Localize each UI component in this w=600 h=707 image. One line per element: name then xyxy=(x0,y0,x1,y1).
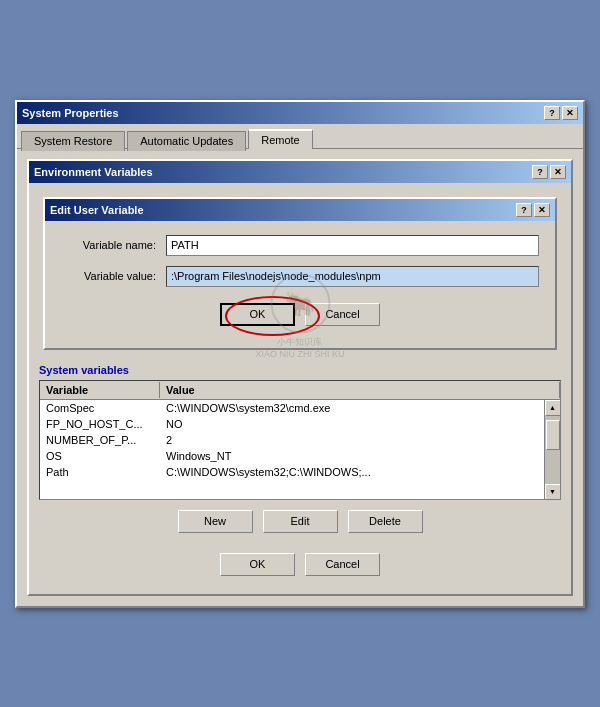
edit-button[interactable]: Edit xyxy=(263,510,338,533)
title-bar-buttons: ? ✕ xyxy=(544,106,578,120)
new-button[interactable]: New xyxy=(178,510,253,533)
close-button[interactable]: ✕ xyxy=(562,106,578,120)
env-ok-button[interactable]: OK xyxy=(220,553,295,576)
edit-buttons-row: OK Cancel 🐂 小牛知识库XIAO NIU ZHI SHI KU xyxy=(61,297,539,336)
tabs-bar: System Restore Automatic Updates Remote xyxy=(17,124,583,149)
env-close-button[interactable]: ✕ xyxy=(550,165,566,179)
delete-button[interactable]: Delete xyxy=(348,510,423,533)
edit-title-buttons: ? ✕ xyxy=(516,203,550,217)
variable-value-label: Variable value: xyxy=(61,270,166,282)
system-properties-title-bar: System Properties ? ✕ xyxy=(17,102,583,124)
table-row[interactable]: Path C:\WINDOWS\system32;C:\WINDOWS;... xyxy=(40,464,544,480)
table-row[interactable]: FP_NO_HOST_C... NO xyxy=(40,416,544,432)
cell-var-1: FP_NO_HOST_C... xyxy=(40,417,160,431)
table-action-buttons: New Edit Delete xyxy=(39,500,561,541)
scroll-track xyxy=(545,416,561,484)
edit-title-bar: Edit User Variable ? ✕ xyxy=(45,199,555,221)
system-vars-section: System variables Variable Value ComSpec … xyxy=(39,364,561,541)
variable-value-input[interactable] xyxy=(166,266,539,287)
table-row[interactable]: OS Windows_NT xyxy=(40,448,544,464)
edit-title: Edit User Variable xyxy=(50,204,144,216)
system-properties-window: System Properties ? ✕ System Restore Aut… xyxy=(15,100,585,608)
tab-automatic-updates[interactable]: Automatic Updates xyxy=(127,131,246,151)
edit-form: Variable name: Variable value: OK Cancel xyxy=(45,221,555,348)
system-vars-label: System variables xyxy=(39,364,561,376)
col-header-value: Value xyxy=(160,382,560,398)
env-title-buttons: ? ✕ xyxy=(532,165,566,179)
tab-system-restore[interactable]: System Restore xyxy=(21,131,125,151)
cell-val-4: C:\WINDOWS\system32;C:\WINDOWS;... xyxy=(160,465,420,479)
cell-val-0: C:\WINDOWS\system32\cmd.exe xyxy=(160,401,420,415)
variable-name-row: Variable name: xyxy=(61,235,539,256)
table-row[interactable]: ComSpec C:\WINDOWS\system32\cmd.exe xyxy=(40,400,544,416)
table-rows: ComSpec C:\WINDOWS\system32\cmd.exe FP_N… xyxy=(40,400,544,480)
env-content: Edit User Variable ? ✕ Variable name: xyxy=(29,183,571,594)
cell-val-1: NO xyxy=(160,417,420,431)
table-row[interactable]: NUMBER_OF_P... 2 xyxy=(40,432,544,448)
watermark-text: 小牛知识库XIAO NIU ZHI SHI KU xyxy=(255,336,344,359)
system-properties-title: System Properties xyxy=(22,107,119,119)
env-title-bar: Environment Variables ? ✕ xyxy=(29,161,571,183)
env-variables-dialog: Environment Variables ? ✕ Edit User Vari… xyxy=(27,159,573,596)
variable-name-input[interactable] xyxy=(166,235,539,256)
edit-variable-dialog: Edit User Variable ? ✕ Variable name: xyxy=(43,197,557,350)
variable-value-row: Variable value: xyxy=(61,266,539,287)
table-body: ComSpec C:\WINDOWS\system32\cmd.exe FP_N… xyxy=(40,400,560,500)
scroll-thumb[interactable] xyxy=(546,420,560,450)
tab-remote[interactable]: Remote xyxy=(248,129,313,149)
env-bottom-buttons: OK Cancel xyxy=(39,543,561,584)
scroll-down-button[interactable]: ▼ xyxy=(545,484,561,500)
content-area: Environment Variables ? ✕ Edit User Vari… xyxy=(17,149,583,606)
cell-var-4: Path xyxy=(40,465,160,479)
cell-val-2: 2 xyxy=(160,433,420,447)
edit-help-button[interactable]: ? xyxy=(516,203,532,217)
edit-cancel-button[interactable]: Cancel xyxy=(305,303,380,326)
edit-ok-button[interactable]: OK xyxy=(220,303,295,326)
cell-var-0: ComSpec xyxy=(40,401,160,415)
table-header: Variable Value xyxy=(40,381,560,400)
cell-var-2: NUMBER_OF_P... xyxy=(40,433,160,447)
col-header-variable: Variable xyxy=(40,382,160,398)
system-vars-table: Variable Value ComSpec C:\WINDOWS\system… xyxy=(39,380,561,500)
cell-val-3: Windows_NT xyxy=(160,449,420,463)
variable-name-label: Variable name: xyxy=(61,239,166,251)
scroll-up-button[interactable]: ▲ xyxy=(545,400,561,416)
env-cancel-button[interactable]: Cancel xyxy=(305,553,380,576)
env-help-button[interactable]: ? xyxy=(532,165,548,179)
env-title: Environment Variables xyxy=(34,166,153,178)
cell-var-3: OS xyxy=(40,449,160,463)
scrollbar[interactable]: ▲ ▼ xyxy=(544,400,560,500)
edit-close-button[interactable]: ✕ xyxy=(534,203,550,217)
help-button[interactable]: ? xyxy=(544,106,560,120)
